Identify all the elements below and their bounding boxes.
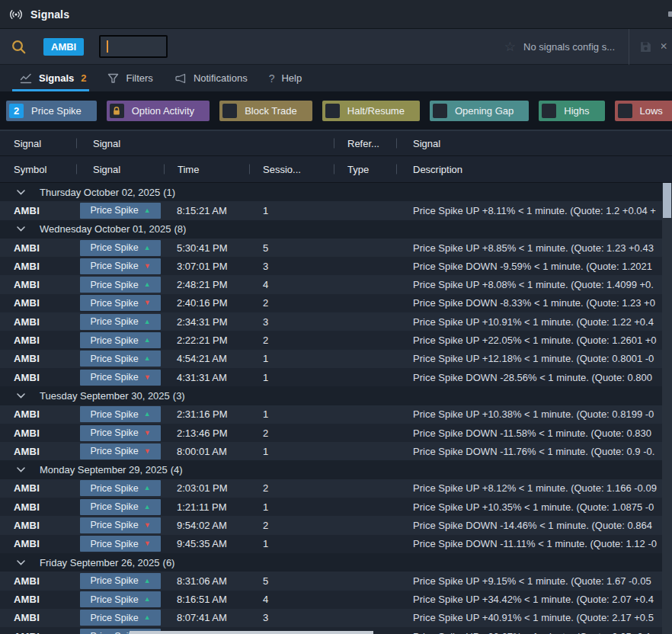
column-header-type[interactable]: Type [334,164,396,175]
group-header-cell[interactable]: Refer... [334,138,396,149]
direction-arrow-icon: ▼ [144,522,151,529]
group-count: (6) [163,557,175,568]
column-header-time[interactable]: Time [164,164,249,175]
session-cell: 3 [249,612,334,623]
column-header-description[interactable]: Description [396,164,672,175]
signal-row[interactable]: AMBI Price Spike ▲ 8:15:21 AM 1 Price Sp… [0,201,672,219]
signal-cell: Price Spike ▲ [76,573,164,589]
window-menu-icon[interactable] [668,11,672,17]
session-cell: 2 [249,297,334,309]
signal-row[interactable]: AMBI Price Spike ▲ 2:03:01 PM 2 Price Sp… [0,479,672,498]
filter-chip-halt-resume[interactable]: Halt/Resume [322,101,420,121]
vertical-scrollbar-thumb[interactable] [663,183,671,218]
date-group-row[interactable]: Thursday October 02, 2025 (1) [0,183,672,201]
description-cell: Price Spike UP +12.18% < 1 minute. (Quot… [396,353,672,364]
signal-row[interactable]: AMBI Price Spike ▲ 5:30:41 PM 5 Price Sp… [0,239,672,257]
title-bar: Signals [0,0,672,29]
description-cell: Price Spike UP +8.08% < 1 minute. (Quote… [396,279,672,290]
window-title: Signals [30,8,69,21]
column-header-session[interactable]: Sessio... [249,164,334,175]
symbol-cell: AMBI [0,335,76,346]
signal-row[interactable]: AMBI Price Spike ▲ 2:22:21 PM 2 Price Sp… [0,331,672,349]
signal-row[interactable]: AMBI Price Spike ▲ 2:31:16 PM 1 Price Sp… [0,405,672,424]
signal-row[interactable]: AMBI Price Spike ▼ 9:54:02 AM 2 Price Sp… [0,516,672,534]
symbol-search-input[interactable] [99,35,168,58]
signal-cell: Price Spike ▼ [76,536,164,552]
close-icon[interactable]: × [661,29,672,64]
column-header-signal[interactable]: Signal [76,164,164,175]
group-count: (8) [174,223,187,235]
filter-chip-lows[interactable]: Lows [615,101,672,121]
date-group-row[interactable]: Monday September 29, 2025 (4) [0,460,672,479]
signal-cell: Price Spike ▼ [76,258,164,274]
chip-checkbox [618,104,632,118]
column-header-symbol[interactable]: Symbol [0,164,76,175]
vertical-scrollbar[interactable] [662,183,672,634]
signal-cell: Price Spike ▲ [76,351,164,367]
tab-notifications[interactable]: Notifications [164,65,258,91]
favorite-star-icon[interactable]: ☆ [504,39,516,55]
signal-row[interactable]: AMBI Price Spike ▼ 2:40:16 PM 2 Price Sp… [0,294,672,312]
group-count: (4) [171,464,183,476]
symbol-cell: AMBI [0,575,76,587]
session-cell: 5 [249,575,334,587]
chevron-down-icon[interactable] [17,226,25,232]
date-group-row[interactable]: Wednesday October 01, 2025 (8) [0,220,672,239]
signal-cell: Price Spike ▲ [76,240,164,256]
date-group-row[interactable]: Friday September 26, 2025 (6) [0,553,672,572]
config-status-text: No signals config s... [523,41,615,53]
filter-chip-opening-gap[interactable]: Opening Gap [430,101,529,121]
filter-chip-price-spike[interactable]: 2 Price Spike [6,101,97,121]
direction-arrow-icon: ▲ [144,578,151,584]
signal-row[interactable]: AMBI Price Spike ▼ 2:13:46 PM 2 Price Sp… [0,424,672,442]
signal-row[interactable]: AMBI Price Spike ▼ 3:07:01 PM 3 Price Sp… [0,257,672,275]
signal-row[interactable]: AMBI Price Spike ▲ 2:48:21 PM 4 Price Sp… [0,275,672,293]
session-cell: 1 [249,353,334,364]
group-header-cell[interactable]: Signal [0,138,76,149]
signal-row[interactable]: AMBI Price Spike ▲ 2:34:31 PM 3 Price Sp… [0,312,672,331]
chevron-down-icon[interactable] [17,190,25,195]
session-cell: 1 [249,501,334,513]
filter-chip-option-activity[interactable]: Option Activity [107,101,210,121]
group-header-cell[interactable]: Signal [76,138,334,149]
filter-chip-block-trade[interactable]: Block Trade [219,101,312,121]
signal-row[interactable]: AMBI Price Spike ▼ 9:45:35 AM 1 Price Sp… [0,535,672,553]
description-cell: Price Spike UP +22.05% < 1 minute. (Quot… [396,335,672,346]
tab-filters[interactable]: Filters [97,65,163,91]
signal-cell: Price Spike ▲ [76,277,164,293]
chevron-down-icon[interactable] [17,560,25,565]
session-cell: 1 [249,372,334,383]
symbol-cell: AMBI [0,408,76,420]
signal-row[interactable]: AMBI Price Spike ▼ 4:31:31 AM 1 Price Sp… [0,368,672,386]
symbol-cell: AMBI [0,242,76,254]
direction-arrow-icon: ▲ [144,337,151,344]
symbol-cell: AMBI [0,205,76,216]
date-group-row[interactable]: Tuesday September 30, 2025 (3) [0,386,672,405]
description-cell: Price Spike DOWN -11.58% < 1 minute. (Qu… [396,427,672,439]
direction-arrow-icon: ▲ [144,596,151,603]
tab-help[interactable]: ? Help [258,65,313,91]
symbol-cell: AMBI [0,446,76,457]
description-cell: Price Spike UP +34.42% < 1 minute. (Quot… [396,594,672,605]
time-cell: 2:48:21 PM [164,279,249,290]
tab-signals[interactable]: Signals 2 [9,65,97,91]
signal-row[interactable]: AMBI Price Spike ▲ 1:21:11 PM 1 Price Sp… [0,498,672,516]
save-config-button[interactable] [629,29,661,64]
signal-row[interactable]: AMBI Price Spike ▲ 8:31:06 AM 5 Price Sp… [0,572,672,590]
description-cell: Price Spike UP +10.91% < 1 minute. (Quot… [396,316,672,328]
tab-label: Filters [126,72,152,84]
signal-cell: Price Spike ▲ [76,406,164,422]
ticker-tag[interactable]: AMBI [43,38,84,56]
chip-checkbox [542,104,556,118]
group-header-cell[interactable]: Signal [396,138,672,149]
session-cell: 4 [249,279,334,290]
signal-row[interactable]: AMBI Price Spike ▲ 8:07:41 AM 3 Price Sp… [0,609,672,627]
signal-row[interactable]: AMBI Price Spike ▲ 4:54:21 AM 1 Price Sp… [0,350,672,368]
signal-row[interactable]: AMBI Price Spike ▲ 8:16:51 AM 4 Price Sp… [0,591,672,609]
horizontal-scrollbar-thumb[interactable] [130,631,373,634]
chevron-down-icon[interactable] [17,393,25,399]
chevron-down-icon[interactable] [17,467,25,472]
signal-row[interactable]: AMBI Price Spike ▼ 8:00:01 AM 1 Price Sp… [0,442,672,460]
filter-chip-highs[interactable]: Highs [539,101,604,121]
direction-arrow-icon: ▲ [144,485,151,492]
